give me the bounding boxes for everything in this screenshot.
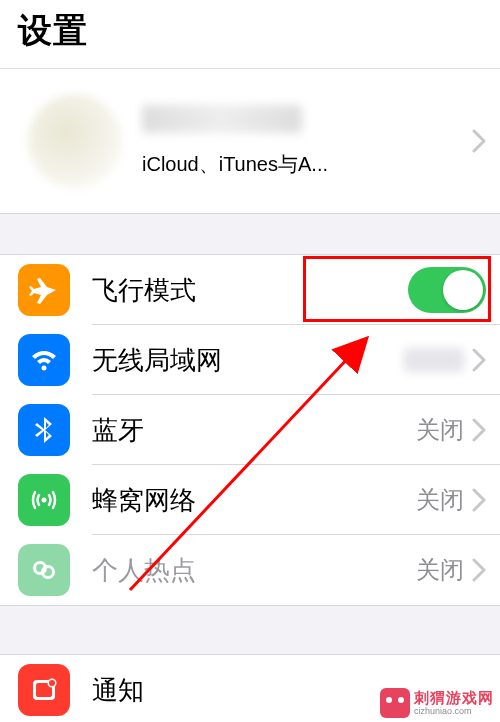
hotspot-row[interactable]: 个人热点 关闭: [0, 535, 500, 605]
svg-point-1: [42, 498, 47, 503]
cellular-value: 关闭: [416, 484, 464, 516]
avatar: [28, 94, 122, 188]
airplane-label: 飞行模式: [92, 273, 408, 308]
hotspot-icon: [18, 544, 70, 596]
notifications-icon: [18, 664, 70, 716]
cellular-icon: [18, 474, 70, 526]
watermark-text: 刺猬游戏网 cizhuniao.com: [414, 690, 494, 716]
chevron-right-icon: [472, 129, 486, 153]
connectivity-section: 飞行模式 无线局域网 蓝牙 关闭: [0, 254, 500, 606]
watermark-logo-icon: [380, 688, 410, 718]
profile-section: iCloud、iTunes与A...: [0, 69, 500, 214]
bluetooth-label: 蓝牙: [92, 413, 416, 448]
hotspot-label: 个人热点: [92, 553, 416, 588]
toggle-knob: [443, 270, 483, 310]
wifi-row[interactable]: 无线局域网: [0, 325, 500, 395]
page-title: 设置: [18, 8, 482, 54]
chevron-right-icon: [472, 558, 486, 582]
airplane-toggle[interactable]: [408, 267, 486, 313]
airplane-mode-row[interactable]: 飞行模式: [0, 255, 500, 325]
watermark-title: 刺猬游戏网: [414, 690, 494, 705]
settings-header: 设置: [0, 0, 500, 69]
profile-subtitle: iCloud、iTunes与A...: [142, 151, 472, 178]
cellular-row[interactable]: 蜂窝网络 关闭: [0, 465, 500, 535]
profile-text-group: iCloud、iTunes与A...: [142, 105, 472, 178]
watermark: 刺猬游戏网 cizhuniao.com: [380, 688, 494, 718]
profile-name-redacted: [142, 105, 302, 133]
airplane-icon: [18, 264, 70, 316]
svg-point-0: [42, 366, 47, 371]
chevron-right-icon: [472, 488, 486, 512]
bluetooth-row[interactable]: 蓝牙 关闭: [0, 395, 500, 465]
chevron-right-icon: [472, 418, 486, 442]
cellular-label: 蜂窝网络: [92, 483, 416, 518]
chevron-right-icon: [472, 348, 486, 372]
wifi-label: 无线局域网: [92, 343, 404, 378]
watermark-url: cizhuniao.com: [414, 707, 494, 716]
svg-point-7: [49, 680, 55, 686]
bluetooth-icon: [18, 404, 70, 456]
wifi-icon: [18, 334, 70, 386]
bluetooth-value: 关闭: [416, 414, 464, 446]
wifi-value-redacted: [404, 348, 464, 372]
hotspot-value: 关闭: [416, 554, 464, 586]
profile-row[interactable]: iCloud、iTunes与A...: [0, 69, 500, 213]
